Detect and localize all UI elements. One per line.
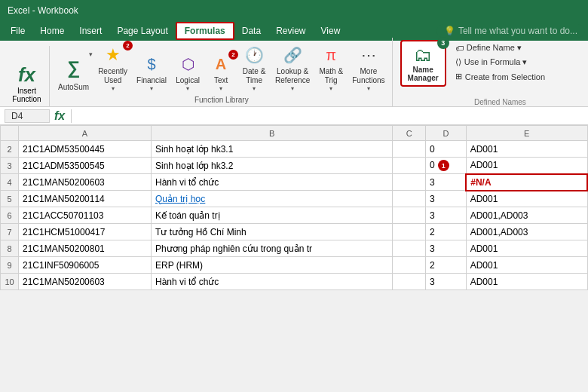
- fx-icon: fx: [18, 63, 35, 87]
- col-header-e[interactable]: E: [466, 126, 587, 141]
- cell-9-b[interactable]: ERP (HRM): [151, 257, 392, 274]
- logical-button[interactable]: ⬡ Logical ▾: [172, 50, 204, 94]
- cell-3-c[interactable]: [393, 158, 426, 174]
- cell-4-c[interactable]: [393, 174, 426, 191]
- cell-4-a[interactable]: 21C1MAN50200603: [19, 174, 152, 191]
- financial-icon: $: [139, 52, 164, 76]
- cell-10-c[interactable]: [393, 274, 426, 290]
- sigma-icon: ∑: [59, 53, 89, 83]
- formula-fx-label: fx: [54, 109, 72, 123]
- cell-6-e[interactable]: AD001,AD003: [466, 207, 587, 224]
- cell-10-b[interactable]: Hành vi tổ chức: [151, 274, 392, 290]
- cell-9-a[interactable]: 21C1INF50906005: [19, 257, 152, 274]
- cell-8-b[interactable]: Phương pháp nghiên cứu trong quản tr: [151, 240, 392, 257]
- cell-10-d[interactable]: 3: [426, 274, 467, 290]
- col-header-d[interactable]: D: [426, 126, 467, 141]
- cell-4-d[interactable]: 3: [426, 174, 467, 191]
- col-header-b[interactable]: B: [151, 126, 392, 141]
- cell-4-e[interactable]: #N/A: [466, 174, 587, 191]
- row-number: 8: [1, 240, 19, 257]
- cell-3-e[interactable]: AD001: [466, 158, 587, 174]
- cell-5-a[interactable]: 21C1MAN50200114: [19, 191, 152, 207]
- recently-used-button[interactable]: ★ RecentlyUsed 2 ▾: [94, 41, 131, 94]
- cell-3-b[interactable]: Sinh hoạt lớp hk3.2: [151, 158, 392, 174]
- row-number: 2: [1, 141, 19, 158]
- create-from-selection-label: Create from Selection: [465, 72, 545, 81]
- cell-8-a[interactable]: 21C1MAN50200801: [19, 240, 152, 257]
- lookup-button[interactable]: 🔗 Lookup &Reference ▾: [271, 41, 314, 94]
- autosum-button[interactable]: ∑ AutoSum ▾: [54, 51, 93, 94]
- spreadsheet: A B C D E 221C1ADM53500445Sinh hoạt lớp …: [0, 125, 588, 290]
- cell-6-b[interactable]: Kế toán quản trị: [151, 207, 392, 224]
- create-from-selection-button[interactable]: ⊞ Create from Selection: [452, 70, 548, 83]
- cell-8-c[interactable]: [393, 240, 426, 257]
- defined-names-items: 🏷 Define Name ▾ ⟨⟩ Use in Formula ▾ ⊞ Cr…: [452, 40, 548, 106]
- cell-7-e[interactable]: AD001,AD003: [466, 224, 587, 240]
- table-body: 221C1ADM53500445Sinh hoạt lớp hk3.10AD00…: [1, 141, 588, 290]
- lightbulb-icon: 💡: [444, 26, 455, 36]
- menu-review[interactable]: Review: [268, 23, 313, 38]
- use-in-formula-button[interactable]: ⟨⟩ Use in Formula ▾: [452, 56, 548, 69]
- cell-10-a[interactable]: 21C1MAN50200603: [19, 274, 152, 290]
- row-number: 9: [1, 257, 19, 274]
- menu-home[interactable]: Home: [32, 23, 72, 38]
- text-label: Text: [214, 76, 228, 85]
- cell-2-d[interactable]: 0: [426, 141, 467, 158]
- cell-5-b[interactable]: Quản trị học: [151, 191, 392, 207]
- cell-5-d[interactable]: 3: [426, 191, 467, 207]
- text-badge: 2: [228, 50, 238, 60]
- insert-function-label: InsertFunction: [12, 87, 41, 103]
- cell-9-d[interactable]: 2: [426, 257, 467, 274]
- menu-data[interactable]: Data: [234, 23, 268, 38]
- cell-3-d[interactable]: 01: [426, 158, 467, 174]
- more-functions-button[interactable]: ⋯ MoreFunctions ▾: [348, 41, 388, 94]
- cell-7-c[interactable]: [393, 224, 426, 240]
- cell-9-c[interactable]: [393, 257, 426, 274]
- cell-8-d[interactable]: 3: [426, 240, 467, 257]
- lookup-icon: 🔗: [280, 43, 305, 67]
- table-row: 721C1HCM51000417Tư tưởng Hồ Chí Minh2AD0…: [1, 224, 588, 240]
- cell-reference-box[interactable]: D4: [5, 109, 50, 123]
- cell-2-b[interactable]: Sinh hoạt lớp hk3.1: [151, 141, 392, 158]
- cell-6-d[interactable]: 3: [426, 207, 467, 224]
- financial-button[interactable]: $ Financial ▾: [133, 50, 170, 94]
- cell-4-b[interactable]: Hành vi tổ chức: [151, 174, 392, 191]
- cell-7-d[interactable]: 2: [426, 224, 467, 240]
- cell-3-a[interactable]: 21C1ADM53500545: [19, 158, 152, 174]
- datetime-button[interactable]: 🕐 Date &Time ▾: [238, 41, 270, 94]
- logical-icon: ⬡: [176, 52, 200, 76]
- math-button[interactable]: π Math &Trig ▾: [315, 41, 347, 94]
- menu-page-layout[interactable]: Page Layout: [109, 23, 175, 38]
- table-row: 421C1MAN50200603Hành vi tổ chức3#N/A: [1, 174, 588, 191]
- name-manager-button[interactable]: 3 🗂 NameManager: [400, 40, 446, 87]
- insert-function-button[interactable]: fx InsertFunction: [5, 46, 50, 106]
- row-number: 10: [1, 274, 19, 290]
- tag-icon: 🏷: [455, 44, 464, 53]
- cell-6-a[interactable]: 21C1ACC50701103: [19, 207, 152, 224]
- cell-9-e[interactable]: AD001: [466, 257, 587, 274]
- define-name-button[interactable]: 🏷 Define Name ▾: [452, 41, 548, 54]
- cell-8-e[interactable]: AD001: [466, 240, 587, 257]
- text-button[interactable]: A Text 2 ▾: [205, 50, 237, 94]
- tell-me-bar[interactable]: 💡 Tell me what you want to do...: [436, 24, 585, 38]
- ribbon: fx InsertFunction ∑ AutoSum ▾ ★ Recently…: [0, 41, 588, 107]
- cell-7-a[interactable]: 21C1HCM51000417: [19, 224, 152, 240]
- cell-5-c[interactable]: [393, 191, 426, 207]
- cell-2-a[interactable]: 21C1ADM53500445: [19, 141, 152, 158]
- financial-label: Financial: [136, 76, 167, 85]
- more-functions-label: MoreFunctions: [352, 67, 384, 85]
- tell-me-text: Tell me what you want to do...: [458, 26, 577, 36]
- cell-10-e[interactable]: AD001: [466, 274, 587, 290]
- cell-2-e[interactable]: AD001: [466, 141, 587, 158]
- title-bar-text: Excel - Workbook: [8, 5, 78, 16]
- column-headers: A B C D E: [1, 126, 588, 141]
- cell-5-e[interactable]: AD001: [466, 191, 587, 207]
- cell-2-c[interactable]: [393, 141, 426, 158]
- col-header-a[interactable]: A: [19, 126, 152, 141]
- col-header-c[interactable]: C: [393, 126, 426, 141]
- menu-file[interactable]: File: [3, 23, 32, 38]
- menu-insert[interactable]: Insert: [72, 23, 109, 38]
- menu-view[interactable]: View: [314, 23, 348, 38]
- cell-7-b[interactable]: Tư tưởng Hồ Chí Minh: [151, 224, 392, 240]
- cell-6-c[interactable]: [393, 207, 426, 224]
